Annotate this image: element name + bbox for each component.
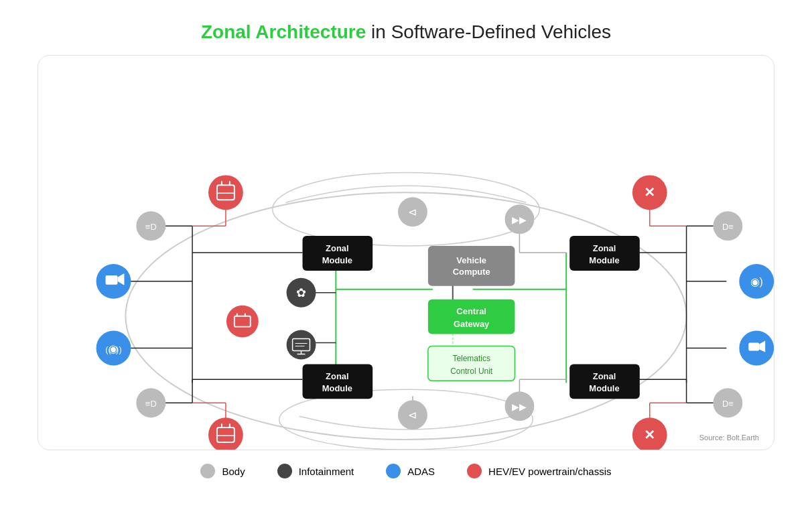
infotainment-screen-left (287, 330, 316, 360)
page-title: Zonal Architecture in Software-Defined V… (201, 21, 611, 43)
legend-adas-label: ADAS (407, 466, 435, 477)
legend-infotainment: Infotainment (277, 464, 354, 478)
svg-text:Zonal: Zonal (326, 371, 348, 381)
legend-hev-dot (467, 464, 482, 478)
svg-text:◉): ◉) (750, 276, 763, 287)
legend: Body Infotainment ADAS HEV/EV powertrain… (200, 464, 611, 478)
hev-icon-top-left (208, 175, 243, 210)
svg-text:≡D: ≡D (145, 399, 157, 409)
legend-infotainment-dot (277, 464, 292, 478)
central-gateway-label2: Gateway (454, 319, 490, 329)
svg-text:Module: Module (322, 255, 352, 265)
legend-body-label: Body (222, 466, 245, 477)
legend-adas-dot (386, 464, 401, 478)
svg-rect-72 (106, 275, 118, 285)
svg-text:Module: Module (322, 383, 352, 393)
diagram-container: Vehicle Compute Central Gateway Telemati… (38, 55, 774, 450)
telematics-label: Telematics (452, 354, 490, 363)
central-gateway-label: Central (456, 306, 486, 316)
vehicle-compute-label2: Compute (453, 267, 490, 277)
svg-text:▶▶: ▶▶ (512, 401, 527, 412)
svg-text:Zonal: Zonal (593, 243, 616, 253)
legend-body-dot (200, 464, 215, 478)
svg-text:Module: Module (589, 255, 619, 265)
svg-text:Module: Module (589, 383, 619, 393)
svg-text:D≡: D≡ (722, 399, 734, 409)
vehicle-compute-label: Vehicle (456, 255, 486, 265)
svg-text:((o)): ((o)) (105, 344, 121, 354)
svg-rect-77 (748, 343, 759, 351)
legend-hev: HEV/EV powertrain/chassis (467, 464, 611, 478)
legend-hev-label: HEV/EV powertrain/chassis (488, 466, 611, 477)
svg-text:▶▶: ▶▶ (512, 214, 527, 225)
svg-text:Zonal: Zonal (326, 243, 348, 253)
battery-icon-left (226, 306, 259, 338)
legend-body: Body (200, 464, 245, 478)
source-text: Source: Bolt.Earth (699, 434, 759, 442)
svg-text:⊲: ⊲ (408, 409, 417, 421)
svg-text:⊲: ⊲ (408, 206, 417, 218)
telematics-label2: Control Unit (450, 367, 493, 376)
legend-infotainment-label: Infotainment (299, 466, 354, 477)
svg-text:≡D: ≡D (145, 222, 157, 232)
hev-icon-bottom-left (208, 417, 243, 450)
svg-text:D≡: D≡ (722, 222, 734, 232)
architecture-diagram: Vehicle Compute Central Gateway Telemati… (38, 56, 774, 450)
svg-text:✿: ✿ (296, 286, 306, 300)
svg-text:Zonal: Zonal (593, 371, 616, 381)
central-gateway-box (428, 300, 515, 334)
svg-text:✕: ✕ (644, 428, 655, 442)
legend-adas: ADAS (386, 464, 435, 478)
svg-text:✕: ✕ (644, 185, 655, 200)
